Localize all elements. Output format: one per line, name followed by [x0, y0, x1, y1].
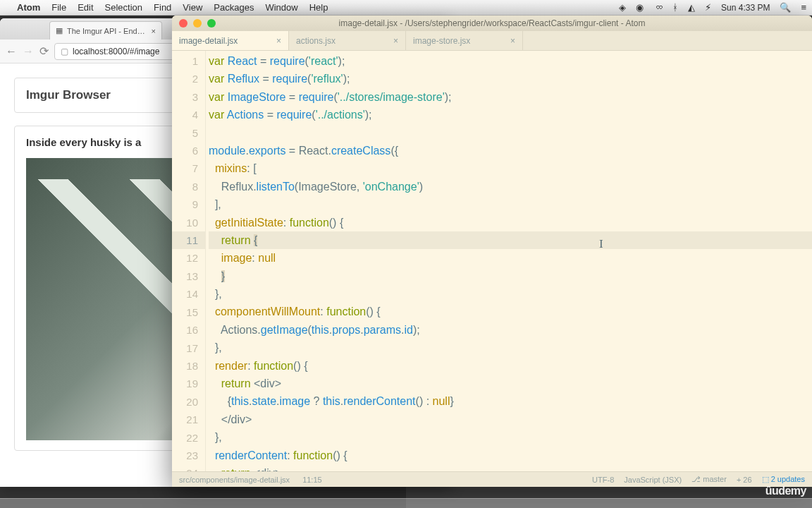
- menu-selection[interactable]: Selection: [105, 2, 142, 13]
- status-updates[interactable]: ⬚ 2 updates: [762, 475, 805, 484]
- tab-label: actions.jsx: [296, 36, 336, 46]
- reload-button[interactable]: ⟳: [39, 44, 49, 58]
- tab-label: image-detail.jsx: [179, 36, 238, 46]
- status-grammar[interactable]: JavaScript (JSX): [624, 476, 682, 484]
- menu-edit[interactable]: Edit: [78, 2, 93, 13]
- tab-actions[interactable]: actions.jsx ×: [289, 31, 406, 50]
- status-bar: src/components/image-detail.jsx 11:15 UT…: [172, 471, 812, 487]
- page-icon: ▢: [61, 47, 68, 56]
- bluetooth-icon[interactable]: ᚼ: [672, 2, 678, 13]
- atom-window-title: image-detail.jsx - /Users/stephengrider/…: [339, 18, 646, 28]
- glasses-icon[interactable]: ထ: [653, 2, 663, 13]
- menu-window[interactable]: Window: [265, 2, 297, 13]
- menubar-app[interactable]: Atom: [17, 2, 40, 13]
- wifi-icon[interactable]: ◭: [688, 2, 695, 13]
- browser-tab[interactable]: ▦ The Imgur API - Endpoints ×: [49, 21, 162, 40]
- menubar-clock[interactable]: Sun 4:33 PM: [721, 3, 770, 13]
- editor[interactable]: 123456789101112131415161718192021222324 …: [172, 51, 812, 471]
- status-path[interactable]: src/components/image-detail.jsx: [179, 476, 290, 484]
- mac-dock[interactable]: [0, 498, 812, 508]
- status-branch[interactable]: ⎇ master: [691, 475, 727, 484]
- forward-button[interactable]: →: [23, 45, 34, 58]
- close-icon[interactable]: ×: [393, 36, 398, 46]
- menu-find[interactable]: Find: [154, 2, 171, 13]
- line-gutter: 123456789101112131415161718192021222324: [172, 51, 206, 471]
- mac-menubar: Atom File Edit Selection Find View Packa…: [0, 0, 812, 16]
- window-minimize-icon[interactable]: [193, 19, 202, 28]
- sync-icon[interactable]: ◉: [636, 2, 644, 13]
- tab-label: image-store.jsx: [413, 36, 470, 46]
- back-button[interactable]: ←: [6, 45, 17, 58]
- close-icon[interactable]: ×: [510, 36, 515, 46]
- status-diff[interactable]: + 26: [737, 476, 752, 484]
- tab-image-store[interactable]: image-store.jsx ×: [406, 31, 523, 50]
- tab-image-detail[interactable]: image-detail.jsx ×: [172, 31, 289, 50]
- menu-packages[interactable]: Packages: [214, 2, 254, 13]
- menu-file[interactable]: File: [51, 2, 66, 13]
- menu-help[interactable]: Help: [309, 2, 328, 13]
- menu-view[interactable]: View: [183, 2, 202, 13]
- dropbox-icon[interactable]: ◈: [619, 2, 626, 13]
- udemy-watermark: ûudemy: [765, 485, 806, 497]
- status-cursor-pos[interactable]: 11:15: [302, 476, 322, 484]
- spotlight-icon[interactable]: 🔍: [780, 2, 791, 13]
- battery-icon[interactable]: ⚡︎: [705, 2, 711, 13]
- url-text: localhost:8000/#/image: [73, 47, 159, 56]
- browser-tab-title: The Imgur API - Endpoints: [67, 27, 147, 35]
- text-cursor-icon: I: [599, 235, 603, 253]
- notification-icon[interactable]: ≡: [801, 2, 806, 13]
- traffic-lights: [172, 19, 216, 28]
- favicon: ▦: [56, 26, 63, 35]
- code-area[interactable]: var React = require('react');var Reflux …: [206, 51, 812, 471]
- close-icon[interactable]: ×: [152, 27, 156, 35]
- window-close-icon[interactable]: [179, 19, 187, 28]
- atom-titlebar[interactable]: image-detail.jsx - /Users/stephengrider/…: [172, 16, 812, 31]
- atom-window: image-detail.jsx - /Users/stephengrider/…: [172, 16, 812, 487]
- window-zoom-icon[interactable]: [207, 19, 216, 28]
- status-encoding[interactable]: UTF-8: [592, 476, 614, 484]
- close-icon[interactable]: ×: [276, 36, 281, 46]
- atom-tabbar: image-detail.jsx × actions.jsx × image-s…: [172, 31, 812, 51]
